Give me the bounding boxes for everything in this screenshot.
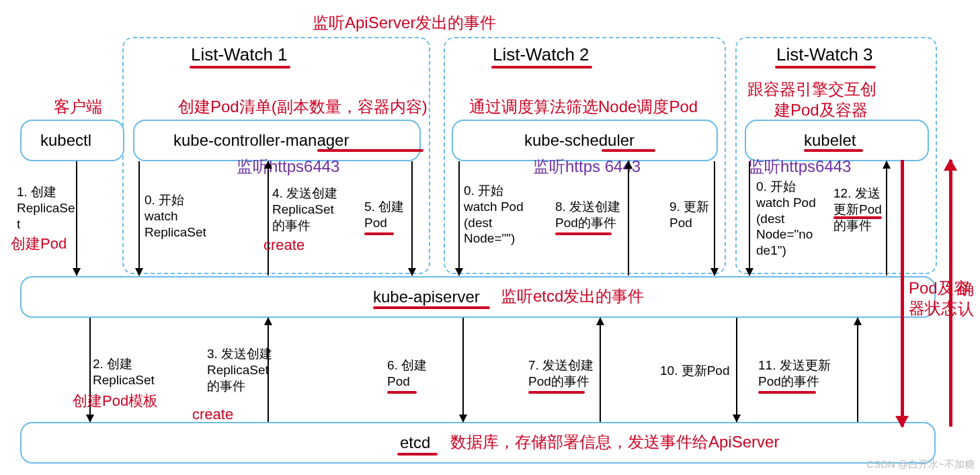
arrow-down-icon xyxy=(736,318,737,422)
list-watch-1-label: List-Watch 1 xyxy=(191,44,288,65)
kcm-listen: 监听https6443 xyxy=(237,156,339,177)
step-1-red: 创建Pod xyxy=(11,234,67,254)
arrow-down-icon xyxy=(411,161,413,275)
kubelet-listen: 监听https6443 xyxy=(748,156,851,177)
kubelet-anno1: 跟容器引擎交互创 xyxy=(747,79,876,100)
step-1: 1. 创建 ReplicaSe t xyxy=(17,184,75,232)
arrow-down-icon xyxy=(76,161,77,275)
step-6: 6. 创建 Pod xyxy=(387,357,427,390)
underline-icon xyxy=(775,66,876,69)
title-listen-apiserver: 监听ApiServer发出的事件 xyxy=(313,12,496,34)
step-12: 12. 发送 更新Pod 的事件 xyxy=(833,185,882,233)
etcd-label: etcd xyxy=(400,433,430,452)
arrow-up-icon xyxy=(857,318,858,422)
step-0c: 0. 开始 watch Pod (dest Node="no de1") xyxy=(756,179,816,259)
apiserver-label: kube-apiserver xyxy=(373,288,480,306)
underline-icon xyxy=(804,149,863,152)
kubectl-label: kubectl xyxy=(40,131,91,150)
list-watch-3-label: List-Watch 3 xyxy=(776,44,873,65)
kubelet-anno2: 建Pod及容器 xyxy=(774,99,868,121)
confirm-label: 确 认 xyxy=(958,279,974,319)
arrow-down-icon xyxy=(138,161,140,275)
step-9: 9. 更新 Pod xyxy=(669,199,709,231)
underline-icon xyxy=(555,232,612,235)
underline-icon xyxy=(190,66,290,69)
underline-icon xyxy=(602,149,655,152)
kubelet-label: kubelet xyxy=(804,131,856,150)
step-0b: 0. 开始 watch Pod (dest Node="") xyxy=(464,183,524,247)
red-arrow-down-icon xyxy=(901,160,904,427)
apiserver-anno: 监听etcd发出的事件 xyxy=(501,286,644,307)
underline-icon xyxy=(758,391,816,394)
arrow-down-icon xyxy=(458,161,460,275)
underline-icon xyxy=(373,306,490,309)
underline-icon xyxy=(387,391,417,394)
underline-icon xyxy=(364,232,394,235)
step-7: 7. 发送创建 Pod的事件 xyxy=(528,357,594,390)
ksched-anno: 通过调度算法筛选Node调度Pod xyxy=(469,96,698,118)
step-5: 5. 创建 Pod xyxy=(364,199,404,231)
step-2-red: 创建Pod模板 xyxy=(73,391,158,411)
underline-icon xyxy=(317,149,423,152)
etcd-anno: 数据库，存储部署信息，发送事件给ApiServer xyxy=(450,431,779,453)
arrow-up-icon xyxy=(886,161,887,275)
step-3-red: create xyxy=(192,406,233,423)
watermark: CSDN @白开水~不加糖 xyxy=(866,458,975,471)
arrow-down-icon xyxy=(714,161,715,275)
arrow-up-icon xyxy=(628,161,629,275)
underline-icon xyxy=(491,66,592,69)
list-watch-2-label: List-Watch 2 xyxy=(493,44,589,65)
arrow-up-icon xyxy=(268,161,269,275)
underline-icon xyxy=(397,453,438,456)
ksched-label: kube-scheduler xyxy=(524,131,635,150)
step-10: 10. 更新Pod xyxy=(660,363,730,379)
arrow-up-icon xyxy=(600,318,601,422)
kcm-anno: 创建Pod清单(副本数量，容器内容) xyxy=(178,96,427,118)
arrow-down-icon xyxy=(462,318,464,422)
step-8: 8. 发送创建 Pod的事件 xyxy=(555,199,620,231)
kcm-label: kube-controller-manager xyxy=(173,131,349,150)
step-4: 4. 发送创建 ReplicaSet 的事件 xyxy=(272,185,337,233)
step-4-red: create xyxy=(263,236,304,254)
step-0a: 0. 开始 watch ReplicaSet xyxy=(145,192,206,240)
underline-icon xyxy=(833,216,882,219)
arrow-down-icon xyxy=(749,161,750,275)
step-11: 11. 发送更新 Pod的事件 xyxy=(758,357,831,390)
step-3: 3. 发送创建 ReplicaSet 的事件 xyxy=(207,346,272,394)
step-2: 2. 创建 ReplicaSet xyxy=(93,356,155,388)
client-label: 客户端 xyxy=(54,96,102,118)
underline-icon xyxy=(528,391,585,394)
